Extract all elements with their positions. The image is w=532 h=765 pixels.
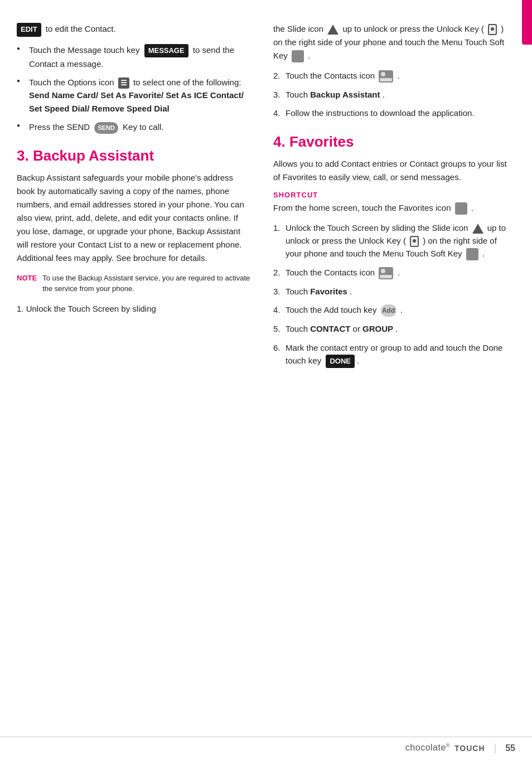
fav-step2-text: Touch the Contacts icon	[286, 268, 377, 277]
fav-step6-period: .	[357, 356, 359, 365]
fav-step5-bold1: CONTACT	[310, 324, 350, 333]
done-badge: DONE	[326, 355, 355, 368]
note-label: NOTE	[17, 273, 37, 294]
fav-step4-num: 4.	[273, 303, 280, 316]
fav-step1: 1. Unlock the Touch Screen by sliding th…	[273, 221, 515, 261]
shortcut-text: From the home screen, touch the Favorite…	[273, 201, 515, 215]
section3-paragraph: Backup Assistant safeguards your mobile …	[17, 171, 251, 265]
pink-tab	[522, 0, 532, 45]
step2-period: .	[397, 71, 399, 80]
section3-title: 3. Backup Assistant	[17, 147, 251, 164]
fav-step2-num: 2.	[273, 266, 280, 279]
footer: chocolate® TOUCH | 55	[405, 742, 515, 754]
fav-step5-num: 5.	[273, 322, 280, 335]
fav-step5-or: or	[353, 324, 363, 333]
step3-bold: Backup Assistant	[310, 90, 380, 99]
fav-step6-text: Mark the contact entry or group to add a…	[286, 343, 502, 365]
left-column: EDIT to edit the Contact. Touch the Mess…	[17, 22, 262, 743]
step1-slide-text: the Slide icon	[273, 24, 323, 33]
backup-steps-list: 2. Touch the Contacts icon . 3. Touch Ba…	[273, 69, 515, 120]
note-block: NOTE To use the Backup Assistant service…	[17, 273, 251, 294]
step1-continued: the Slide icon up to unlock or press the…	[273, 22, 515, 62]
bullet-options-before: Touch the Options icon	[29, 78, 117, 87]
contacts-icon-fav2	[379, 267, 393, 279]
footer-separator: |	[494, 742, 497, 754]
slide-icon	[327, 25, 338, 35]
fav-step2-period: .	[397, 268, 399, 277]
step4-text: Follow the instructions to download the …	[286, 108, 475, 118]
fav-step3-text: Touch	[286, 287, 310, 296]
favorites-steps-list: 1. Unlock the Touch Screen by sliding th…	[273, 221, 515, 368]
right-column: the Slide icon up to unlock or press the…	[262, 22, 515, 743]
unlock-key-icon-fav1	[410, 236, 419, 247]
section3-step1: 1. Unlock the Touch Screen by sliding	[17, 302, 251, 316]
fav-step1-num: 1.	[273, 221, 280, 234]
footer-brand: chocolate®	[405, 743, 450, 753]
step3-num: 3.	[273, 88, 280, 101]
page-container: EDIT to edit the Contact. Touch the Mess…	[0, 0, 532, 765]
section4-title: 4. Favorites	[273, 133, 515, 151]
step1-part2: up to unlock or press the Unlock Key (	[342, 24, 483, 33]
favorites-icon	[455, 202, 467, 215]
shortcut-text-content: From the home screen, touch the Favorite…	[273, 203, 451, 212]
fav-step5-text: Touch	[286, 324, 310, 333]
shortcut-label: SHORTCUT	[273, 191, 515, 199]
fav-step6: 6. Mark the contact entry or group to ad…	[273, 341, 515, 368]
backup-step3: 3. Touch Backup Assistant .	[273, 88, 515, 101]
content-area: EDIT to edit the Contact. Touch the Mess…	[0, 0, 532, 765]
fav-step5-bold2: GROUP	[362, 324, 393, 333]
fav-step4-period: .	[400, 305, 403, 314]
bullet-send-before: Press the SEND	[29, 122, 92, 132]
step1-period: .	[308, 51, 310, 60]
bullet-send-after: Key to call.	[123, 122, 163, 132]
fav-step3-bold: Favorites	[310, 287, 347, 296]
step2-num: 2.	[273, 69, 280, 82]
intro-line: EDIT to edit the Contact.	[17, 22, 251, 37]
fav-step4-text: Touch the Add touch key	[286, 305, 379, 314]
fav-step4: 4. Touch the Add touch key Add .	[273, 303, 515, 317]
fav-step2: 2. Touch the Contacts icon .	[273, 266, 515, 279]
message-badge: MESSAGE	[144, 44, 188, 57]
fav-step5-period: .	[395, 324, 398, 333]
unlock-key-icon	[488, 24, 497, 35]
edit-badge: EDIT	[17, 23, 41, 37]
bullet-message-before: Touch the Message touch key	[29, 45, 139, 55]
add-icon: Add	[381, 304, 396, 317]
step3-text: Touch	[286, 90, 308, 99]
fav-step5: 5. Touch CONTACT or GROUP .	[273, 322, 515, 335]
backup-step4: 4. Follow the instructions to download t…	[273, 106, 515, 119]
step4-num: 4.	[273, 106, 280, 119]
contacts-icon-step2	[379, 70, 393, 83]
note-text: To use the Backup Assistant service, you…	[42, 273, 251, 294]
bullet-message: Touch the Message touch key MESSAGE to s…	[17, 43, 251, 70]
footer-model: TOUCH	[454, 744, 485, 753]
step3-period: .	[383, 90, 385, 99]
footer-page-number: 55	[505, 743, 515, 753]
shortcut-period: .	[471, 203, 473, 212]
section4-paragraph: Allows you to add Contact entries or Con…	[273, 157, 515, 184]
bullet-options-after: to select one of the following:	[133, 78, 241, 87]
menu-dots-icon-fav1	[466, 248, 478, 260]
fav-step3: 3. Touch Favorites .	[273, 285, 515, 298]
edit-text: to edit the Contact.	[46, 24, 116, 33]
step2-text: Touch the Contacts icon	[286, 71, 375, 80]
bullet-list: Touch the Message touch key MESSAGE to s…	[17, 43, 251, 134]
fav-step1-text: Unlock the Touch Screen by sliding the S…	[286, 223, 471, 233]
bullet-send: Press the SEND SEND Key to call.	[17, 120, 251, 134]
slide-icon-fav1	[472, 224, 483, 234]
fav-step3-num: 3.	[273, 285, 280, 298]
backup-step2: 2. Touch the Contacts icon .	[273, 69, 515, 83]
menu-dots-icon	[292, 50, 304, 62]
fav-step1-period: .	[482, 249, 485, 258]
options-subitems: Send Name Card/ Set As Favorite/ Set As …	[29, 90, 244, 113]
options-icon: ☰	[118, 78, 129, 89]
fav-step6-num: 6.	[273, 341, 280, 354]
fav-step3-period: .	[350, 287, 352, 296]
bullet-options: Touch the Options icon ☰ to select one o…	[17, 76, 251, 115]
send-badge: SEND	[94, 122, 118, 134]
divider-line	[0, 737, 532, 737]
